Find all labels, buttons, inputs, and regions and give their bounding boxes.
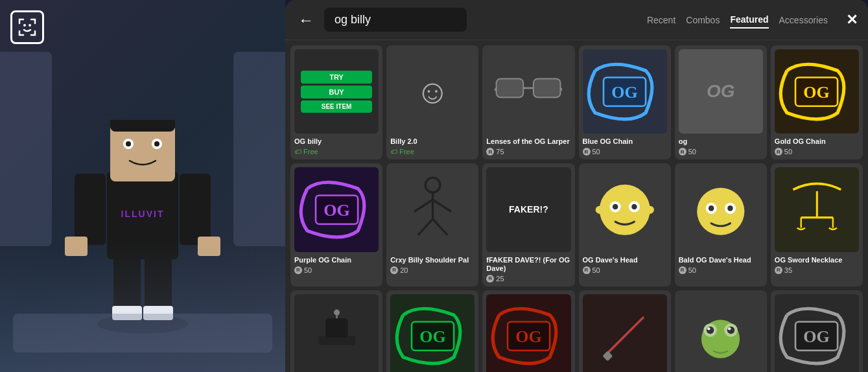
red-chain-svg: OG <box>491 298 567 372</box>
item-frog-head-image <box>679 294 763 372</box>
svg-point-18 <box>154 141 159 146</box>
item-red-chain[interactable]: OG <box>482 290 574 372</box>
robux-icon-sword: R <box>775 266 782 274</box>
item-og-billy[interactable]: TRY BUY SEE ITEM OG billy 🏷 Free <box>290 45 382 159</box>
try-button[interactable]: TRY <box>301 71 373 84</box>
svg-point-42 <box>631 203 637 209</box>
svg-point-17 <box>126 141 131 146</box>
svg-line-36 <box>417 219 432 235</box>
svg-point-38 <box>600 184 650 235</box>
item-og[interactable]: OG og R 50 <box>675 45 767 159</box>
item-crxy-billy-price: R 20 <box>390 266 475 274</box>
gold-chain-svg: OG <box>779 54 854 130</box>
svg-text:OG: OG <box>419 327 445 346</box>
back-button[interactable]: ← <box>296 10 316 30</box>
item-bald-dave-image <box>679 167 763 251</box>
stick-figure-svg <box>403 176 462 243</box>
item-faker-dave[interactable]: FAKER!? fFAKER DAVE?! (For OG Dave) R 25 <box>482 163 574 286</box>
item-katana-image <box>583 294 667 372</box>
tab-accessories[interactable]: Accessories <box>779 12 828 28</box>
item-og-daves-head[interactable]: OG Dave's Head R 50 <box>579 163 671 286</box>
item-lenses[interactable]: Lenses of the OG Larper R 75 <box>482 45 574 159</box>
item-billy-2-image: ☺ <box>390 49 475 134</box>
shop-header: ← Recent Combos Featured Accessories ✕ <box>285 0 868 40</box>
shop-panel: ← Recent Combos Featured Accessories ✕ T… <box>285 0 868 372</box>
faker-text: FAKER!? <box>509 205 548 215</box>
see-item-button[interactable]: SEE ITEM <box>301 100 373 113</box>
svg-text:OG: OG <box>611 82 637 101</box>
svg-text:ILLUVIT: ILLUVIT <box>121 209 165 219</box>
smiley-face: ☺ <box>416 72 450 111</box>
svg-point-69 <box>707 327 710 331</box>
item-blue-chain[interactable]: OG Blue OG Chain R 50 <box>579 45 671 159</box>
tab-combos[interactable]: Combos <box>686 12 720 28</box>
item-green-chain-image: OG <box>390 294 475 372</box>
item-katana[interactable] <box>579 290 671 372</box>
svg-text:OG: OG <box>515 327 541 346</box>
search-input[interactable] <box>324 8 467 32</box>
item-hat-dark-image <box>294 294 379 372</box>
robux-icon-blue: R <box>583 148 591 156</box>
tag-icon-2: 🏷 <box>390 148 397 156</box>
robux-icon-crxy: R <box>390 266 398 274</box>
nav-tabs: Recent Combos Featured Accessories <box>647 12 828 29</box>
close-button[interactable]: ✕ <box>846 12 858 29</box>
svg-rect-6 <box>145 253 172 314</box>
svg-point-48 <box>709 205 714 211</box>
robux-icon-faker: R <box>486 275 494 283</box>
svg-line-34 <box>414 200 432 212</box>
item-faker-dave-name: fFAKER DAVE?! (For OG Dave) <box>486 256 570 273</box>
item-gold-chain[interactable]: OG Gold OG Chain R 50 <box>771 45 863 159</box>
robux-icon-gold: R <box>775 148 782 156</box>
item-og-name: og <box>679 137 763 146</box>
item-crxy-billy-image <box>390 167 475 251</box>
item-og-sword[interactable]: OG Sword Necklace R 35 <box>771 163 863 286</box>
item-og-sword-name: OG Sword Necklace <box>775 256 859 264</box>
svg-rect-13 <box>198 237 220 256</box>
item-silver-chain[interactable]: OG <box>771 290 863 372</box>
tab-recent[interactable]: Recent <box>647 12 675 28</box>
items-grid: TRY BUY SEE ITEM OG billy 🏷 Free ☺ Billy… <box>285 40 868 372</box>
item-crxy-billy-name: Crxy Billy Shoulder Pal <box>390 256 475 264</box>
svg-rect-4 <box>113 253 141 314</box>
robux-icon-bald-dave: R <box>679 266 686 274</box>
item-frog-head[interactable] <box>675 290 767 372</box>
item-purple-chain-name: Purple OG Chain <box>294 256 379 264</box>
svg-point-49 <box>727 205 733 211</box>
svg-point-68 <box>727 327 734 334</box>
item-og-sword-image <box>775 167 859 251</box>
hat-svg <box>307 307 366 366</box>
item-og-sword-price: R 35 <box>775 266 859 274</box>
svg-rect-20 <box>110 120 175 128</box>
item-billy-2[interactable]: ☺ Billy 2.0 🏷 Free <box>386 45 478 159</box>
scan-icon[interactable] <box>10 10 44 44</box>
green-chain-svg: OG <box>395 298 471 372</box>
svg-point-45 <box>697 187 744 235</box>
blue-chain-svg: OG <box>587 54 663 130</box>
item-og-daves-head-name: OG Dave's Head <box>583 256 667 264</box>
svg-rect-11 <box>65 237 88 256</box>
svg-text:OG: OG <box>323 201 349 220</box>
svg-text:OG: OG <box>804 82 830 101</box>
svg-rect-12 <box>180 174 211 245</box>
tag-icon: 🏷 <box>294 148 301 156</box>
item-bald-dave-price: R 50 <box>679 266 763 274</box>
buy-button[interactable]: BUY <box>301 86 373 99</box>
robux-icon-purple: R <box>294 266 302 274</box>
item-crxy-billy[interactable]: Crxy Billy Shoulder Pal R 20 <box>386 163 478 286</box>
item-purple-chain[interactable]: OG Purple OG Chain R 50 <box>290 163 382 286</box>
svg-text:OG: OG <box>804 327 830 346</box>
item-blue-chain-price: R 50 <box>583 148 667 156</box>
item-gold-chain-price: R 50 <box>775 148 859 156</box>
item-green-chain[interactable]: OG <box>386 290 478 372</box>
item-blue-chain-name: Blue OG Chain <box>583 137 667 146</box>
svg-rect-22 <box>534 79 561 98</box>
svg-point-0 <box>23 24 26 27</box>
tab-featured[interactable]: Featured <box>730 12 768 29</box>
item-bald-dave[interactable]: Bald OG Dave's Head R 50 <box>675 163 767 286</box>
robux-icon-dave: R <box>583 266 591 274</box>
svg-point-32 <box>425 178 440 192</box>
svg-rect-21 <box>497 79 524 98</box>
item-purple-chain-image: OG <box>294 167 379 251</box>
item-hat-dark[interactable] <box>290 290 382 372</box>
